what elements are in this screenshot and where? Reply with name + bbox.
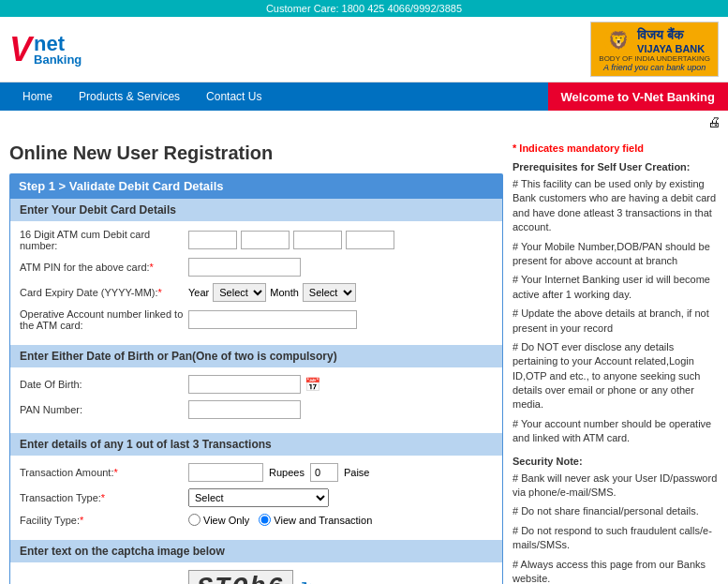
right-panel: * Indicates mandatory field Prerequisite… (513, 142, 719, 584)
expiry-label: Card Expiry Date (YYYY-MM):* (20, 287, 188, 298)
header: V net Banking 🦁 विजय बैंक VIJAYA BANK BO… (0, 17, 728, 82)
refresh-icon[interactable]: ↻ (301, 578, 313, 584)
radio-view-transaction-label[interactable]: View and Transaction (259, 514, 372, 526)
card-number-4[interactable] (346, 231, 394, 249)
radio-view-only-label[interactable]: View Only (188, 514, 249, 526)
mandatory-note: * Indicates mandatory field (513, 142, 719, 154)
transaction-amount-label: Transaction Amount:* (20, 467, 188, 478)
vijaya-bank-sub: BODY OF INDIA UNDERTAKING (599, 54, 710, 63)
transaction-section-header: Enter details of any 1 out of last 3 Tra… (10, 433, 502, 456)
card-number-2[interactable] (241, 231, 290, 249)
security-title: Security Note: (513, 456, 719, 467)
transaction-amount-input[interactable] (188, 463, 263, 482)
atm-pin-input[interactable] (188, 258, 301, 277)
security3: # Do not respond to such fraudulent call… (513, 524, 719, 553)
pan-label: PAN Number: (20, 404, 188, 415)
prereq3: # Your Internet Banking user id will bec… (513, 273, 719, 302)
security2: # Do not share financial/personal detail… (513, 504, 719, 518)
facility-type-row: Facility Type:* View Only View and Trans… (20, 514, 493, 526)
atm-pin-row: ATM PIN for the above card:* (20, 258, 493, 277)
expiry-selects: Year Select Month Select (188, 283, 356, 302)
security1: # Bank will never ask your User ID/passw… (513, 472, 719, 501)
rupees-label: Rupees (269, 467, 305, 478)
card-number-1[interactable] (188, 231, 237, 249)
prereq4: # Update the above details at branch, if… (513, 307, 719, 336)
vijaya-bank-logo: 🦁 विजय बैंक VIJAYA BANK BODY OF INDIA UN… (590, 22, 719, 77)
form-container: Enter Your Debit Card Details 16 Digit A… (9, 199, 503, 584)
pan-row: PAN Number: (20, 400, 493, 419)
transaction-amount-row: Transaction Amount:* Rupees Paise (20, 463, 493, 482)
left-panel: Online New User Registration Step 1 > Va… (9, 142, 503, 584)
nav-home[interactable]: Home (9, 82, 66, 111)
navbar: Home Products & Services Contact Us Welc… (0, 82, 728, 111)
customer-care-bar: Customer Care: 1800 425 4066/9992/3885 (0, 0, 728, 17)
step-header: Step 1 > Validate Debit Card Details (9, 173, 503, 199)
captcha-section-header: Enter text on the captcha image below (10, 540, 502, 562)
paise-label: Paise (344, 467, 370, 478)
page-title: Online New User Registration (9, 142, 503, 164)
month-label: Month (270, 287, 299, 298)
operative-account-row: Operative Account number linked to the A… (20, 308, 493, 331)
vijaya-bank-icon: 🦁 (604, 26, 632, 54)
transaction-type-label: Transaction Type:* (20, 492, 188, 503)
pan-input[interactable] (188, 400, 301, 419)
captcha-area: STQb6 ↻ (188, 570, 313, 584)
debit-form-body: 16 Digit ATM cum Debit card number: ATM … (10, 221, 502, 345)
prereq6: # Your account number should be operativ… (513, 417, 719, 446)
month-select[interactable]: Select (303, 283, 356, 302)
nav-contact[interactable]: Contact Us (193, 82, 275, 111)
operative-account-label: Operative Account number linked to the A… (20, 308, 188, 331)
logo-banking: Banking (34, 52, 82, 67)
nav-products[interactable]: Products & Services (66, 82, 193, 111)
calendar-icon[interactable]: 📅 (305, 377, 320, 392)
vijaya-bank-hindi: विजय बैंक (637, 27, 705, 43)
either-form-body: Date Of Birth: 📅 PAN Number: (10, 367, 502, 433)
security4: # Always access this page from our Banks… (513, 558, 719, 584)
dob-input[interactable] (188, 375, 301, 394)
facility-radio-group: View Only View and Transaction (188, 514, 372, 526)
print-icon[interactable]: 🖨 (707, 114, 721, 129)
atm-pin-label: ATM PIN for the above card:* (20, 262, 188, 273)
vijaya-bank-tagline: A friend you can bank upon (603, 63, 706, 72)
prereq5: # Do NOT ever disclose any details perta… (513, 340, 719, 412)
dob-label: Date Of Birth: (20, 379, 188, 390)
logo-area: V net Banking (9, 30, 82, 69)
card-number-3[interactable] (293, 231, 342, 249)
print-area: 🖨 (0, 111, 728, 133)
either-section-header: Enter Either Date of Birth or Pan(One of… (10, 345, 502, 367)
radio-view-transaction[interactable] (259, 514, 271, 526)
card-number-row: 16 Digit ATM cum Debit card number: (20, 229, 493, 251)
expiry-row: Card Expiry Date (YYYY-MM):* Year Select… (20, 283, 493, 302)
prereq1: # This facility can be used only by exis… (513, 177, 719, 235)
rupees-input[interactable] (310, 463, 338, 482)
captcha-image: STQb6 (188, 570, 293, 584)
dob-row: Date Of Birth: 📅 (20, 375, 493, 394)
prereq-title: Prerequisites for Self User Creation: (513, 161, 719, 172)
radio-view-only[interactable] (188, 514, 201, 526)
welcome-banner: Welcome to V-Net Banking (548, 82, 728, 111)
logo-text: net Banking (34, 32, 82, 67)
captcha-row: Captcha:* STQb6 ↻ (20, 570, 493, 584)
year-select[interactable]: Select (213, 283, 266, 302)
transaction-form-body: Transaction Amount:* Rupees Paise Transa… (10, 456, 502, 540)
transaction-type-select[interactable]: Select (188, 488, 329, 507)
card-inputs (188, 231, 394, 249)
logo-v-icon: V (9, 30, 32, 69)
customer-care-text: Customer Care: 1800 425 4066/9992/3885 (266, 3, 462, 14)
prereq2: # Your Mobile Number,DOB/PAN should be p… (513, 240, 719, 269)
transaction-amount-inputs: Rupees Paise (188, 463, 369, 482)
main-container: Online New User Registration Step 1 > Va… (0, 133, 728, 584)
operative-account-input[interactable] (188, 310, 357, 329)
card-number-label: 16 Digit ATM cum Debit card number: (20, 229, 188, 251)
debit-section-header: Enter Your Debit Card Details (10, 199, 502, 221)
vijaya-bank-english: VIJAYA BANK (637, 43, 705, 54)
year-label: Year (188, 287, 209, 298)
facility-type-label: Facility Type:* (20, 515, 188, 526)
transaction-type-row: Transaction Type:* Select (20, 488, 493, 507)
captcha-form-body: Captcha:* STQb6 ↻ (10, 562, 502, 584)
